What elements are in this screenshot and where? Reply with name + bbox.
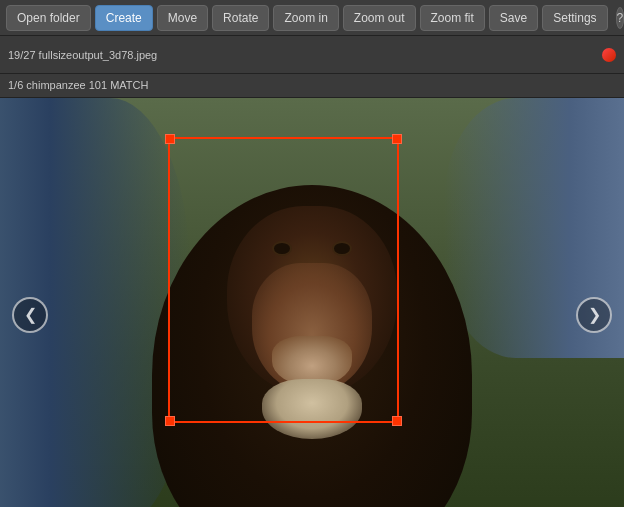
- match-info: 1/6 chimpanzee 101 MATCH: [8, 79, 148, 91]
- image-viewer: ❮ ❯: [0, 98, 624, 507]
- open-folder-button[interactable]: Open folder: [6, 5, 91, 31]
- file-info: 19/27 fullsizeoutput_3d78.jpeg: [8, 49, 157, 61]
- toolbar: Open folder Create Move Rotate Zoom in Z…: [0, 0, 624, 36]
- help-button[interactable]: ?: [616, 7, 624, 29]
- zoom-fit-button[interactable]: Zoom fit: [420, 5, 485, 31]
- handle-bottom-right[interactable]: [392, 416, 402, 426]
- handle-top-right[interactable]: [392, 134, 402, 144]
- next-arrow[interactable]: ❯: [576, 297, 612, 333]
- settings-button[interactable]: Settings: [542, 5, 607, 31]
- prev-arrow[interactable]: ❮: [12, 297, 48, 333]
- zoom-out-button[interactable]: Zoom out: [343, 5, 416, 31]
- rotate-button[interactable]: Rotate: [212, 5, 269, 31]
- zoom-in-button[interactable]: Zoom in: [273, 5, 338, 31]
- create-button[interactable]: Create: [95, 5, 153, 31]
- statusbar: 19/27 fullsizeoutput_3d78.jpeg: [0, 36, 624, 74]
- handle-bottom-left[interactable]: [165, 416, 175, 426]
- move-button[interactable]: Move: [157, 5, 208, 31]
- indicator-dot: [602, 48, 616, 62]
- save-button[interactable]: Save: [489, 5, 538, 31]
- handle-top-left[interactable]: [165, 134, 175, 144]
- detection-box[interactable]: [168, 137, 399, 423]
